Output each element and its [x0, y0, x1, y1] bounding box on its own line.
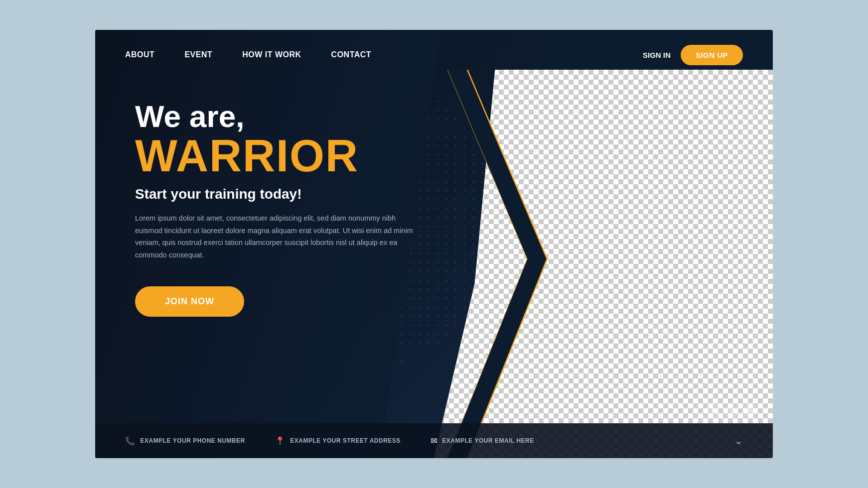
nav-how-it-work[interactable]: HOW IT WORK	[242, 50, 301, 59]
sign-up-button[interactable]: SIGN UP	[681, 45, 743, 65]
hero-line2: WARRIOR	[135, 133, 414, 178]
social-icon-3[interactable]: in	[743, 403, 758, 418]
arrow-decoration	[447, 70, 557, 458]
social-icon-2[interactable]: t	[724, 403, 739, 418]
scroll-down-icon[interactable]: ⌄	[734, 435, 743, 447]
hero-line1: We are,	[135, 100, 414, 133]
footer-email: ✉ EXAMPLE YOUR EMAIL HERE	[431, 436, 534, 446]
footer-phone: 📞 EXAMPLE YOUR PHONE NUMBER	[125, 436, 245, 446]
footer-address-label: EXAMPLE YOUR STREET ADDRESS	[290, 437, 401, 444]
footer-address: 📍 EXAMPLE YOUR STREET ADDRESS	[275, 436, 401, 446]
phone-icon: 📞	[125, 436, 136, 446]
social-icons: f t in	[705, 403, 758, 418]
hero-subtitle: Start your training today!	[135, 186, 414, 202]
join-now-button[interactable]: JOIN NOW	[135, 286, 244, 317]
hero-content: We are, WARRIOR Start your training toda…	[135, 100, 414, 317]
sign-in-button[interactable]: SIGN IN	[643, 51, 671, 59]
social-icon-1[interactable]: f	[705, 403, 720, 418]
email-icon: ✉	[431, 436, 437, 446]
page-container: ABOUT EVENT HOW IT WORK CONTACT SIGN IN …	[95, 30, 773, 458]
footer-email-label: EXAMPLE YOUR EMAIL HERE	[442, 437, 534, 444]
nav-auth: SIGN IN SIGN UP	[643, 45, 743, 65]
address-icon: 📍	[275, 436, 286, 446]
hero-body-text: Lorem ipsum dolor sit amet, consectetuer…	[135, 212, 414, 261]
navigation: ABOUT EVENT HOW IT WORK CONTACT SIGN IN …	[95, 30, 773, 80]
nav-links: ABOUT EVENT HOW IT WORK CONTACT	[125, 50, 643, 59]
nav-event[interactable]: EVENT	[184, 50, 212, 59]
footer-phone-label: EXAMPLE YOUR PHONE NUMBER	[141, 437, 245, 444]
footer-bar: 📞 EXAMPLE YOUR PHONE NUMBER 📍 EXAMPLE YO…	[95, 423, 773, 458]
nav-contact[interactable]: CONTACT	[331, 50, 372, 59]
nav-about[interactable]: ABOUT	[125, 50, 154, 59]
